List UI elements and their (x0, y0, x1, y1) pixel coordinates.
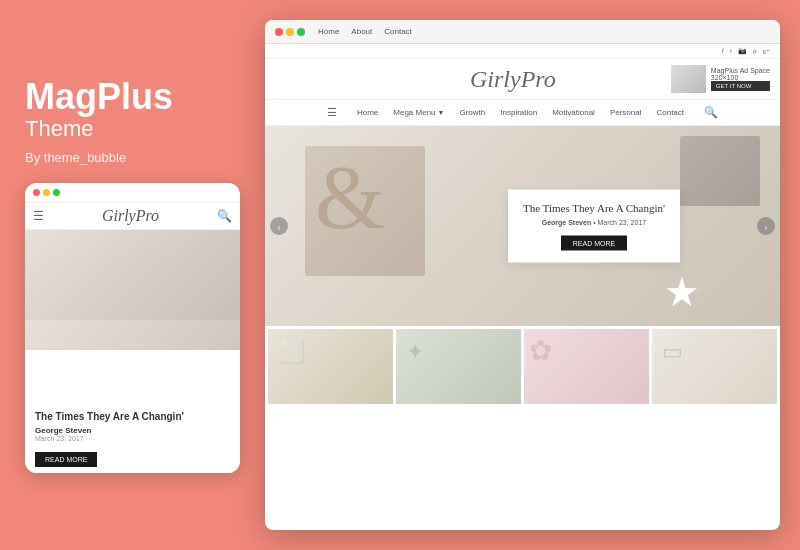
mobile-logo: GirlyPro (102, 207, 159, 225)
brand-name: MagPlus (25, 77, 250, 117)
desktop-mockup: Home About Contact f t 📷 p g+ GirlyPro M… (265, 20, 780, 530)
desktop-browser-nav: Home About Contact (318, 27, 412, 36)
desktop-hero-card: The Times They Are A Changin' George Ste… (508, 190, 680, 263)
hero-article-date: March 23, 2017 (598, 219, 647, 226)
mobile-mockup: ☰ GirlyPro 🔍 The Times They Are A Changi… (25, 183, 240, 473)
slider-prev-button[interactable]: ‹ (270, 217, 288, 235)
mobile-article-date: March 23, 2017 (35, 435, 230, 442)
brand-subtitle: Theme (25, 116, 250, 142)
social-facebook[interactable]: f (722, 47, 724, 55)
nav-item-growth[interactable]: Growth (459, 108, 485, 117)
ad-label: MagPlus Ad Space (711, 67, 770, 74)
social-pinterest[interactable]: p (753, 47, 757, 55)
desktop-thumbnail-strip: ⬜ ✦ ✿ ▭ (265, 326, 780, 407)
thumbnail-4[interactable]: ▭ (652, 329, 777, 404)
mobile-article-author: George Steven (35, 426, 230, 435)
thumbnail-2[interactable]: ✦ (396, 329, 521, 404)
mobile-article-card: The Times They Are A Changin' George Ste… (25, 402, 240, 473)
ad-image (671, 65, 706, 93)
mobile-nav-row: ☰ GirlyPro 🔍 (25, 203, 240, 230)
by-line: By theme_bubble (25, 150, 250, 165)
social-instagram[interactable]: 📷 (738, 47, 747, 55)
thumbnail-1[interactable]: ⬜ (268, 329, 393, 404)
hero-article-meta: George Steven • March 23, 2017 (523, 219, 665, 226)
desktop-header: GirlyPro MagPlus Ad Space 320×100 GET IT… (265, 59, 780, 100)
left-panel: MagPlus Theme By theme_bubble ☰ GirlyPro… (20, 77, 250, 474)
nav-item-inspiration[interactable]: Inspiration (500, 108, 537, 117)
desktop-ad-space: MagPlus Ad Space 320×100 GET IT NOW (671, 65, 770, 93)
social-googleplus[interactable]: g+ (763, 47, 770, 55)
ad-text-block: MagPlus Ad Space 320×100 GET IT NOW (711, 67, 770, 91)
nav-contact[interactable]: Contact (384, 27, 412, 36)
hero-read-more-button[interactable]: READ MORE (561, 236, 627, 251)
slider-next-button[interactable]: › (757, 217, 775, 235)
ad-button[interactable]: GET IT NOW (711, 81, 770, 91)
hero-article-title: The Times They Are A Changin' (523, 202, 665, 214)
nav-item-contact[interactable]: Contact (656, 108, 684, 117)
nav-item-personal[interactable]: Personal (610, 108, 642, 117)
mobile-top-bar (25, 183, 240, 203)
dot-green (53, 189, 60, 196)
hero-star-decoration: ★ (664, 269, 700, 316)
nav-item-motivational[interactable]: Motivational (552, 108, 595, 117)
ad-size: 320×100 (711, 74, 770, 81)
desktop-dot-green (297, 28, 305, 36)
hero-ampersand-decoration: & (315, 146, 385, 249)
nav-search-icon[interactable]: 🔍 (704, 106, 718, 119)
desktop-hero: & ★ ‹ › The Times They Are A Changin' Ge… (265, 126, 780, 326)
nav-about[interactable]: About (351, 27, 372, 36)
dot-red (33, 189, 40, 196)
mobile-dots (33, 189, 60, 196)
desktop-window-dots (275, 28, 305, 36)
hero-box-decoration (680, 136, 760, 206)
nav-home[interactable]: Home (318, 27, 339, 36)
desktop-logo: GirlyPro (470, 66, 556, 93)
hero-article-author: George Steven (542, 219, 591, 226)
hamburger-icon[interactable]: ☰ (33, 209, 44, 224)
desktop-dot-yellow (286, 28, 294, 36)
search-icon[interactable]: 🔍 (217, 209, 232, 224)
mobile-beads-decoration (25, 320, 240, 350)
social-twitter[interactable]: t (730, 47, 732, 55)
nav-item-home[interactable]: Home (357, 108, 378, 117)
mobile-read-more-button[interactable]: READ MORE (35, 452, 97, 467)
dot-yellow (43, 189, 50, 196)
hamburger-menu-icon[interactable]: ☰ (327, 106, 337, 119)
desktop-social-bar: f t 📷 p g+ (265, 44, 780, 59)
desktop-top-bar: Home About Contact (265, 20, 780, 44)
mobile-hero (25, 230, 240, 320)
desktop-dot-red (275, 28, 283, 36)
thumbnail-3[interactable]: ✿ (524, 329, 649, 404)
mobile-article-title: The Times They Are A Changin' (35, 410, 230, 423)
nav-item-mega-menu[interactable]: Mega Menu ▼ (393, 108, 444, 117)
desktop-main-nav: ☰ Home Mega Menu ▼ Growth Inspiration Mo… (265, 100, 780, 126)
